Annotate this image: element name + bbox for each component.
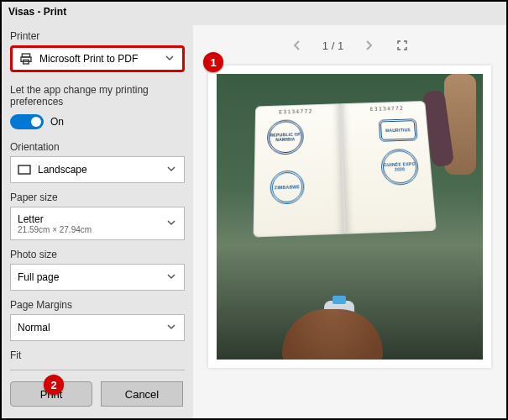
window-title: Visas - Print bbox=[2, 2, 506, 25]
photo-size-dropdown[interactable]: Full page bbox=[10, 264, 185, 291]
chevron-down-icon bbox=[167, 271, 177, 283]
stamp-guinee: GUINÉE EXPO 2020 bbox=[380, 149, 420, 186]
divider bbox=[10, 370, 185, 370]
paper-size-value: Letter bbox=[18, 213, 167, 225]
margins-value: Normal bbox=[18, 322, 167, 333]
fit-label: Fit bbox=[10, 349, 185, 361]
page-margins-dropdown[interactable]: Normal bbox=[10, 314, 185, 341]
preview-panel: 1 / 1 E3134772 REPUBLIC OF NAMIBIA bbox=[193, 25, 506, 418]
orientation-label: Orientation bbox=[10, 141, 185, 153]
landscape-icon bbox=[18, 165, 33, 175]
orientation-dropdown[interactable]: Landscape bbox=[10, 156, 185, 183]
print-preview: E3134772 REPUBLIC OF NAMIBIA ZIMBABWE E3… bbox=[208, 66, 491, 368]
preferences-toggle[interactable] bbox=[10, 114, 44, 129]
photo-size-label: Photo size bbox=[10, 249, 185, 260]
page-indicator: 1 / 1 bbox=[322, 39, 343, 52]
chevron-down-icon bbox=[167, 164, 177, 176]
toggle-state-label: On bbox=[50, 116, 64, 128]
cancel-button[interactable]: Cancel bbox=[101, 381, 183, 407]
callout-1: 1 bbox=[203, 52, 223, 72]
stamp-zimbabwe: ZIMBABWE bbox=[270, 170, 305, 204]
chevron-down-icon bbox=[165, 53, 175, 65]
next-page-icon[interactable] bbox=[360, 37, 377, 54]
chevron-down-icon bbox=[167, 218, 177, 229]
paper-size-dropdown[interactable]: Letter 21.59cm × 27.94cm bbox=[10, 207, 185, 240]
paper-size-label: Paper size bbox=[10, 192, 185, 203]
svg-rect-3 bbox=[18, 165, 30, 174]
settings-panel: Printer Microsoft Print to PDF Let the a… bbox=[2, 25, 193, 418]
preview-toolbar: 1 / 1 bbox=[193, 25, 506, 66]
chevron-down-icon bbox=[167, 322, 177, 333]
passport-number-right: E3134772 bbox=[369, 105, 404, 113]
callout-2: 2 bbox=[44, 375, 64, 395]
photo-size-value: Full page bbox=[18, 271, 167, 283]
printer-value: Microsoft Print to PDF bbox=[39, 53, 165, 65]
preview-image: E3134772 REPUBLIC OF NAMIBIA ZIMBABWE E3… bbox=[217, 74, 483, 360]
paper-dims-value: 21.59cm × 27.94cm bbox=[18, 225, 167, 234]
printer-icon bbox=[19, 52, 34, 66]
fullscreen-icon[interactable] bbox=[394, 37, 411, 54]
printer-label: Printer bbox=[10, 30, 185, 42]
stamp-mauritius: MAURITIUS bbox=[379, 118, 418, 141]
stamp-namibia: REPUBLIC OF NAMIBIA bbox=[267, 119, 304, 155]
passport-number-left: E3134772 bbox=[279, 108, 312, 116]
page-margins-label: Page Margins bbox=[10, 299, 185, 311]
printer-dropdown[interactable]: Microsoft Print to PDF bbox=[10, 45, 185, 72]
prev-page-icon[interactable] bbox=[289, 37, 306, 54]
preferences-label: Let the app change my printing preferenc… bbox=[10, 84, 185, 108]
orientation-value: Landscape bbox=[38, 164, 167, 176]
